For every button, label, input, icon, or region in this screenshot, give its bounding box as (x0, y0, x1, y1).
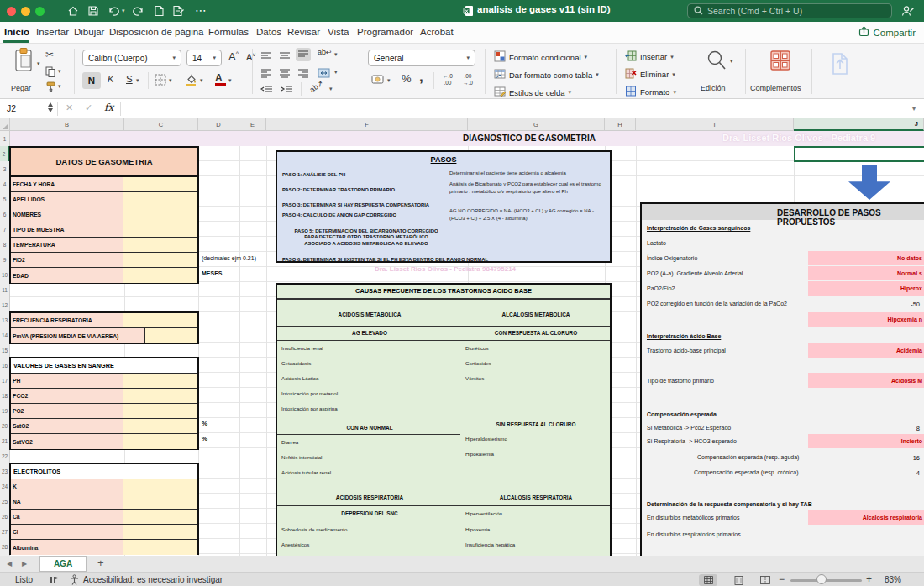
row-header-16[interactable]: 16 (0, 358, 9, 373)
decrease-indent-icon[interactable] (260, 83, 273, 98)
paste-chevron-icon[interactable]: ▾ (37, 60, 40, 67)
tab-insertar[interactable]: Insertar (36, 27, 69, 37)
new-document-icon[interactable] (154, 5, 165, 20)
cell-value[interactable] (123, 177, 197, 191)
tab-revisar[interactable]: Revisar (287, 27, 320, 37)
cell-value[interactable] (123, 510, 197, 524)
select-all-corner[interactable] (0, 118, 10, 131)
row-label[interactable]: K (11, 479, 123, 494)
zoom-window-button[interactable] (35, 7, 45, 16)
italic-button[interactable]: K (108, 74, 114, 84)
cell-value[interactable] (123, 525, 197, 539)
cell-value[interactable] (145, 328, 197, 343)
comma-style-button[interactable]: , (419, 69, 423, 86)
shrink-font-button[interactable]: A˅ (246, 52, 255, 62)
zoom-slider-thumb[interactable] (816, 574, 827, 584)
home-icon[interactable] (67, 5, 79, 20)
paste-button[interactable] (10, 47, 39, 82)
row-header-19[interactable]: 19 (0, 403, 9, 418)
col-header-C[interactable]: C (124, 118, 198, 131)
format-cells-button[interactable]: Formato ▾ (625, 86, 676, 98)
export-share-icon[interactable] (830, 52, 850, 79)
row-header-25[interactable]: 25 (0, 494, 9, 509)
row-header-21[interactable]: 21 (0, 433, 9, 448)
cell-value[interactable] (123, 253, 197, 267)
accounting-format-icon[interactable] (371, 74, 386, 89)
row-header-5[interactable]: 5 (0, 191, 9, 207)
page-break-view-icon[interactable] (756, 574, 774, 586)
row-label[interactable]: PmVA (PRESION MEDIA DE VIA AEREA) (11, 328, 145, 343)
edit-chevron-icon[interactable]: ▾ (730, 58, 733, 65)
col-header-B[interactable]: B (10, 118, 124, 131)
tab-disposicion[interactable]: Disposición de página (109, 27, 204, 37)
cell-value[interactable] (123, 207, 197, 222)
row-label[interactable]: Cl (11, 525, 123, 539)
formula-bar-expand-icon[interactable]: ▾ (912, 105, 916, 112)
cut-icon[interactable]: ✂ (45, 49, 54, 60)
row-header-23[interactable]: 23 (0, 463, 9, 479)
add-sheet-button[interactable]: + (97, 557, 104, 569)
page-layout-view-icon[interactable] (729, 574, 748, 586)
undo-icon[interactable] (108, 5, 120, 20)
add-ins-icon[interactable] (769, 49, 791, 76)
col-header-D[interactable]: D (198, 118, 239, 131)
macro-record-icon[interactable] (49, 575, 59, 586)
account-compose-icon[interactable] (900, 4, 915, 21)
sheet-tab-aga[interactable]: AGA (39, 556, 87, 572)
cell-value[interactable] (123, 238, 197, 252)
row-label[interactable]: SatO2 (11, 419, 123, 433)
cell-styles-button[interactable]: Estilos de celda ▾ (494, 86, 571, 99)
zoom-in-icon[interactable]: + (866, 573, 872, 585)
row-label[interactable]: PH (11, 374, 123, 388)
col-header-H[interactable]: H (605, 118, 636, 131)
row-label[interactable]: Albumina (11, 540, 123, 555)
row-header-20[interactable]: 20 (0, 418, 9, 433)
accounting-chevron-icon[interactable]: ▾ (387, 77, 391, 84)
row-header-7[interactable]: 7 (0, 222, 9, 237)
row-header-9[interactable]: 9 (0, 252, 9, 267)
borders-chevron-icon[interactable]: ▾ (169, 77, 172, 84)
row-label[interactable]: PO2 (11, 404, 123, 418)
cell-value[interactable] (123, 192, 197, 207)
cell-value[interactable] (123, 494, 197, 509)
cell-value[interactable] (123, 540, 197, 555)
print-icon[interactable] (172, 5, 185, 20)
cell-value[interactable] (123, 404, 197, 418)
cell-value[interactable] (123, 374, 197, 388)
row-header-27[interactable]: 27 (0, 524, 9, 539)
row-header-11[interactable]: 11 (0, 282, 9, 297)
selected-cell-J2[interactable] (794, 146, 924, 162)
cell-value[interactable] (123, 389, 197, 403)
next-sheet-icon[interactable]: ▶ (22, 560, 27, 568)
row-header-18[interactable]: 18 (0, 388, 9, 403)
row-header-6[interactable]: 6 (0, 207, 9, 222)
font-color-chevron-icon[interactable]: ▾ (228, 77, 232, 84)
align-center-icon[interactable] (279, 66, 291, 81)
align-bottom-icon[interactable] (296, 48, 311, 61)
row-label[interactable]: NOMBRES (11, 207, 123, 222)
row-header-22[interactable]: 22 (0, 448, 9, 463)
zoom-level[interactable]: 83% (885, 575, 901, 584)
cell-value[interactable] (123, 268, 197, 283)
col-header-I[interactable]: I (636, 118, 794, 131)
row-label[interactable]: TEMPERATURA (11, 238, 123, 252)
align-right-icon[interactable] (297, 66, 309, 81)
col-header-E[interactable]: E (239, 118, 266, 131)
col-header-J[interactable]: J (794, 118, 924, 131)
row-header-12[interactable]: 12 (0, 297, 9, 312)
row-header-14[interactable]: 14 (0, 327, 9, 343)
more-toolbar-icon[interactable]: ⋯ (195, 3, 207, 17)
name-box-spinner[interactable] (48, 102, 53, 112)
row-header-15[interactable]: 15 (0, 343, 9, 358)
align-left-icon[interactable] (260, 66, 272, 81)
insert-cells-button[interactable]: Insertar ▾ (625, 50, 674, 63)
row-header-24[interactable]: 24 (0, 479, 9, 494)
tab-programador[interactable]: Programador (357, 27, 413, 37)
tab-datos[interactable]: Datos (256, 27, 281, 37)
copy-icon[interactable] (45, 65, 55, 81)
row-label[interactable]: FRECUENCIA RESPIRATORIA (11, 313, 123, 327)
col-header-F[interactable]: F (266, 118, 468, 131)
undo-chevron-icon[interactable]: ▾ (122, 8, 125, 14)
grow-font-button[interactable]: A^ (228, 50, 239, 63)
accessibility-icon[interactable] (69, 574, 80, 586)
